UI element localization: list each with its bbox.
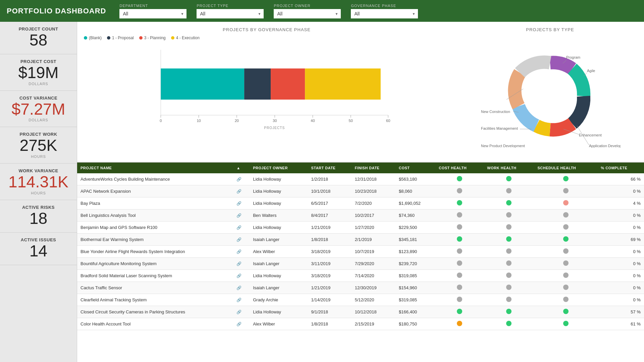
link-icon[interactable]: 🔗	[236, 189, 241, 194]
table-row[interactable]: AdventureWorks Cycles Building Maintenan…	[77, 173, 644, 185]
cell-link[interactable]: 🔗	[233, 294, 250, 306]
filter-group: DEPARTMENT All PROJECT TYPE All PROJECT …	[119, 4, 637, 18]
link-icon[interactable]: 🔗	[236, 213, 241, 218]
cost-health-dot	[457, 297, 462, 302]
legend-execution: 4 - Execution	[171, 36, 200, 40]
table-row[interactable]: Bay Plaza 🔗 Lidia Holloway 6/5/2017 7/2/…	[77, 197, 644, 209]
table-row[interactable]: Closed Circuit Security Cameras in Parki…	[77, 306, 644, 318]
work-health-dot	[506, 248, 512, 254]
col-cost-health: COST HEALTH	[435, 163, 484, 173]
table-row[interactable]: Benjamin Map and GPS Software R100 🔗 Lid…	[77, 222, 644, 234]
cell-cost-health	[435, 246, 484, 258]
link-icon[interactable]: 🔗	[236, 298, 241, 302]
work-health-dot	[506, 260, 512, 266]
cell-link[interactable]: 🔗	[233, 173, 250, 185]
cell-link[interactable]: 🔗	[233, 282, 250, 294]
cell-owner: Isaiah Langer	[250, 234, 308, 246]
table-row[interactable]: Cactus Traffic Sensor 🔗 Isaiah Langer 1/…	[77, 282, 644, 294]
link-icon[interactable]: 🔗	[236, 249, 241, 254]
table-row[interactable]: Blue Yonder Airline Flight Rewards Syste…	[77, 246, 644, 258]
label-npd: New Product Development	[481, 144, 525, 148]
work-health-dot	[506, 273, 512, 278]
bar-proposal	[244, 68, 271, 100]
cell-sched-health	[534, 246, 597, 258]
cell-cost-health	[435, 173, 484, 185]
table-row[interactable]: Bountiful Agriculture Monitoring System …	[77, 258, 644, 270]
table-row[interactable]: Bradford Solid Material Laser Scanning S…	[77, 270, 644, 282]
cell-sched-health	[534, 270, 597, 282]
cell-complete: 61 %	[597, 318, 644, 330]
cell-link[interactable]: 🔗	[233, 197, 250, 209]
stat-label-project-work: PROJECT WORK	[5, 132, 71, 137]
cell-link[interactable]: 🔗	[233, 318, 250, 330]
sched-health-dot	[563, 273, 569, 278]
donut-container: Program Agile Application Development Ne…	[463, 36, 637, 157]
svg-text:0: 0	[160, 119, 162, 123]
cell-work-health	[484, 173, 534, 185]
legend-label-blank: (Blank)	[89, 36, 102, 40]
work-health-dot	[506, 236, 512, 242]
project-type-select[interactable]: All	[197, 9, 264, 18]
cell-start: 1/21/2019	[308, 222, 351, 234]
stat-value-project-work: 275K	[5, 137, 71, 155]
cell-complete: 66 %	[597, 173, 644, 185]
link-icon[interactable]: 🔗	[236, 274, 241, 278]
link-icon[interactable]: 🔗	[236, 177, 241, 182]
cell-link[interactable]: 🔗	[233, 209, 250, 222]
bar-execution	[305, 68, 381, 100]
cost-health-dot	[457, 321, 462, 326]
cell-owner: Lidia Holloway	[250, 173, 308, 185]
table-row[interactable]: APAC Network Expansion 🔗 Lidia Holloway …	[77, 185, 644, 197]
cell-project-name: Benjamin Map and GPS Software R100	[77, 222, 233, 234]
stat-label-active-risks: ACTIVE RISKS	[5, 205, 71, 210]
label-facilities: Facilities Management	[481, 126, 518, 130]
link-icon[interactable]: 🔗	[236, 310, 241, 314]
cell-link[interactable]: 🔗	[233, 185, 250, 197]
label-appdev: Application Development	[589, 144, 621, 148]
table-row[interactable]: Bell Linguistics Analysis Tool 🔗 Ben Wal…	[77, 209, 644, 222]
cell-start: 3/18/2019	[308, 270, 351, 282]
link-icon[interactable]: 🔗	[236, 261, 241, 266]
table-section[interactable]: PROJECT NAME ▲ PROJECT OWNER START DATE …	[77, 163, 644, 362]
cell-cost-health	[435, 306, 484, 318]
legend-planning: 3 - Planning	[139, 36, 166, 40]
department-select[interactable]: All	[119, 9, 186, 18]
cell-owner: Alex Wilber	[250, 246, 308, 258]
cell-complete: 0 %	[597, 209, 644, 222]
cell-link[interactable]: 🔗	[233, 306, 250, 318]
cell-link[interactable]: 🔗	[233, 246, 250, 258]
cell-project-name: Color Health Account Tool	[77, 318, 233, 330]
cell-finish: 2/1/2019	[352, 234, 395, 246]
sched-health-dot	[563, 188, 569, 193]
stat-cost-variance: COST VARIANCE $7.27M DOLLARS	[0, 91, 77, 127]
project-owner-select[interactable]: All	[274, 9, 341, 18]
cell-project-name: Bountiful Agriculture Monitoring System	[77, 258, 233, 270]
cell-link[interactable]: 🔗	[233, 258, 250, 270]
link-icon[interactable]: 🔗	[236, 322, 241, 326]
cell-sched-health	[534, 318, 597, 330]
table-row[interactable]: Color Health Account Tool 🔗 Alex Wilber …	[77, 318, 644, 330]
cell-link[interactable]: 🔗	[233, 270, 250, 282]
cell-cost-health	[435, 270, 484, 282]
link-icon[interactable]: 🔗	[236, 237, 241, 242]
link-icon[interactable]: 🔗	[236, 201, 241, 206]
cell-start: 1/2/2018	[308, 173, 351, 185]
segment-appdev	[572, 96, 584, 124]
cell-link[interactable]: 🔗	[233, 222, 250, 234]
link-icon[interactable]: 🔗	[236, 225, 241, 230]
table-row[interactable]: Clearfield Animal Tracking System 🔗 Grad…	[77, 294, 644, 306]
cell-owner: Isaiah Langer	[250, 258, 308, 270]
link-icon[interactable]: 🔗	[236, 286, 241, 290]
cell-cost-health	[435, 282, 484, 294]
table-row[interactable]: Biothermal Ear Warming System 🔗 Isaiah L…	[77, 234, 644, 246]
cell-complete: 0 %	[597, 222, 644, 234]
department-label: DEPARTMENT	[119, 4, 186, 8]
cell-sched-health	[534, 185, 597, 197]
stat-value-active-risks: 18	[5, 210, 71, 228]
governance-phase-filter: GOVERNANCE PHASE All	[351, 4, 418, 18]
governance-phase-select[interactable]: All	[351, 9, 418, 18]
charts-area: PROJECTS BY GOVERNANCE PHASE (Blank) 1 -…	[77, 22, 644, 163]
col-sched-health: SCHEDULE HEALTH	[534, 163, 597, 173]
cell-link[interactable]: 🔗	[233, 234, 250, 246]
cell-sched-health	[534, 222, 597, 234]
